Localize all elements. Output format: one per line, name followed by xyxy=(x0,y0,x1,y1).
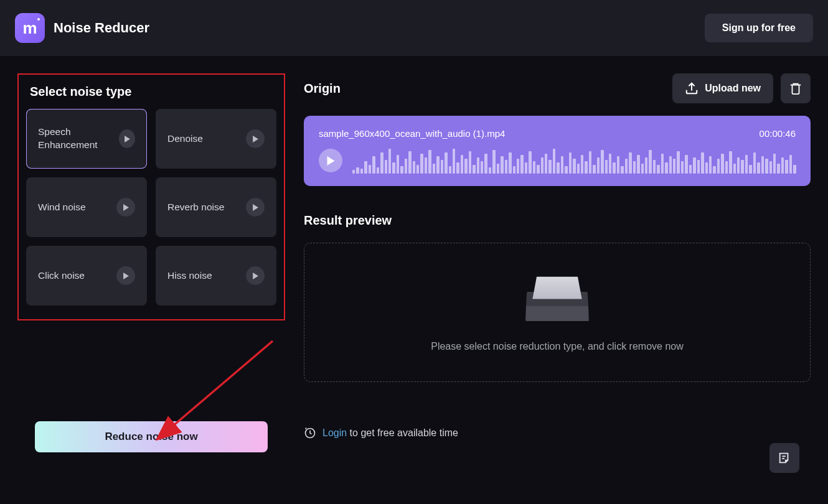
noise-label: Denoise xyxy=(167,133,203,146)
noise-label: Reverb noise xyxy=(167,201,224,214)
note-icon xyxy=(778,451,791,465)
noise-label: Speech Enhancement xyxy=(38,126,119,152)
noise-card-click[interactable]: Click noise xyxy=(26,246,147,306)
audio-waveform[interactable] xyxy=(352,147,796,174)
noise-label: Wind noise xyxy=(38,201,86,214)
play-icon[interactable] xyxy=(246,129,265,148)
noise-label: Click noise xyxy=(38,269,85,282)
noise-type-highlight-box: Select noise type Speech Enhancement Den… xyxy=(17,73,285,320)
noise-card-reverb[interactable]: Reverb noise xyxy=(156,177,276,237)
result-title: Result preview xyxy=(304,213,811,228)
header-left: m Noise Reducer xyxy=(15,13,149,43)
upload-new-button[interactable]: Upload new xyxy=(672,73,773,103)
audio-body xyxy=(319,147,796,174)
header: m Noise Reducer Sign up for free xyxy=(0,0,828,56)
app-logo: m xyxy=(15,13,45,43)
play-audio-button[interactable] xyxy=(319,149,342,172)
audio-duration: 00:00:46 xyxy=(760,128,796,139)
audio-file-header: sample_960x400_ocean_with_audio (1).mp4 … xyxy=(319,128,796,139)
logo-text: m xyxy=(22,19,37,38)
signup-button[interactable]: Sign up for free xyxy=(705,14,813,42)
app-title: Noise Reducer xyxy=(54,20,149,36)
noise-label: Hiss noise xyxy=(167,269,212,282)
noise-grid: Speech Enhancement Denoise Wind noise Re… xyxy=(26,109,276,306)
noise-card-wind[interactable]: Wind noise xyxy=(26,177,147,237)
trash-icon xyxy=(789,82,802,95)
result-empty-text: Please select noise reduction type, and … xyxy=(431,341,684,352)
right-panel: Origin Upload new sample_960x400_ocean_w… xyxy=(304,73,811,452)
upload-icon xyxy=(685,82,699,95)
login-link[interactable]: Login xyxy=(322,427,347,438)
audio-filename: sample_960x400_ocean_with_audio (1).mp4 xyxy=(319,128,505,139)
delete-button[interactable] xyxy=(781,73,811,103)
noise-card-denoise[interactable]: Denoise xyxy=(156,109,276,169)
reduce-noise-button[interactable]: Reduce noise now xyxy=(35,421,268,452)
result-preview-box: Please select noise reduction type, and … xyxy=(304,243,811,382)
footer-tail: to get free available time xyxy=(347,427,458,438)
noise-card-hiss[interactable]: Hiss noise xyxy=(156,246,276,306)
footer-text: Login to get free available time xyxy=(322,427,458,439)
noise-panel: Select noise type Speech Enhancement Den… xyxy=(17,73,285,452)
main-content: Select noise type Speech Enhancement Den… xyxy=(0,56,828,470)
play-icon[interactable] xyxy=(246,266,265,285)
inbox-icon xyxy=(526,273,588,321)
origin-title: Origin xyxy=(304,82,341,96)
play-icon[interactable] xyxy=(116,266,135,285)
upload-label: Upload new xyxy=(705,83,761,94)
play-icon[interactable] xyxy=(119,129,135,148)
footer-line: Login to get free available time xyxy=(304,427,811,439)
noise-card-speech-enhancement[interactable]: Speech Enhancement xyxy=(26,109,147,169)
svg-line-0 xyxy=(172,341,273,427)
origin-audio-card: sample_960x400_ocean_with_audio (1).mp4 … xyxy=(304,116,811,186)
play-icon[interactable] xyxy=(246,198,265,217)
play-icon[interactable] xyxy=(116,198,135,217)
origin-header: Origin Upload new xyxy=(304,73,811,103)
clock-icon xyxy=(304,427,316,439)
noise-section-title: Select noise type xyxy=(26,85,276,99)
feedback-button[interactable] xyxy=(769,443,799,473)
origin-actions: Upload new xyxy=(672,73,811,103)
